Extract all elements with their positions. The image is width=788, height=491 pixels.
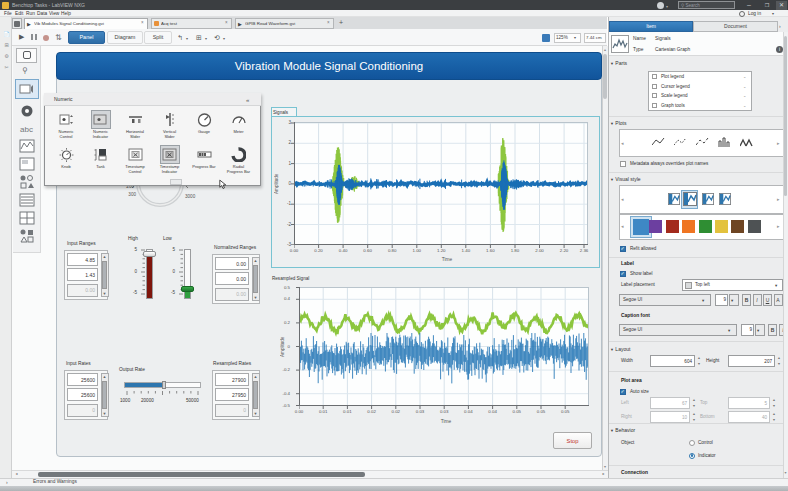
svg-text:abc: abc — [20, 125, 33, 134]
